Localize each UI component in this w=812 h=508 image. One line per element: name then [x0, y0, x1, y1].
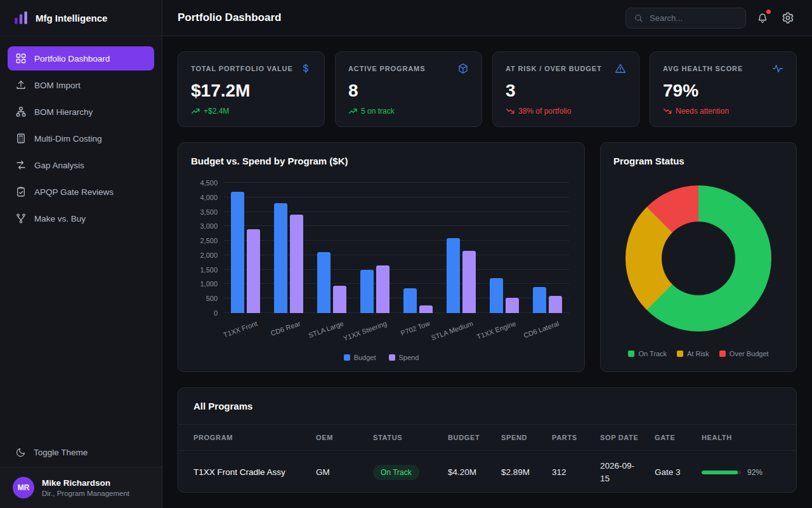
programs-table: PROGRAMOEMSTATUSBUDGETSPENDPARTSSOP DATE…: [178, 425, 796, 493]
main-area: Portfolio Dashboard TOTAL PORTFOLIO VALU…: [162, 0, 812, 508]
app-name: Mfg Intelligence: [36, 13, 107, 23]
y-axis-tick-label: 4,000: [200, 194, 218, 201]
status-legend-item-over-budget: Over Budget: [719, 350, 769, 358]
table-row[interactable]: T1XX Front Cradle AssyGMOn Track$4.20M$2…: [178, 451, 796, 493]
column-header-parts: PARTS: [544, 425, 593, 451]
dashboard-content: TOTAL PORTFOLIO VALUE$17.2M+$2.4MACTIVE …: [162, 36, 812, 508]
column-header-spend: SPEND: [494, 425, 544, 451]
stat-delta: +$2.4M: [191, 107, 311, 116]
sidebar-item-gap-analysis[interactable]: Gap Analysis: [8, 153, 154, 177]
y-axis-tick-label: 2,000: [200, 251, 218, 259]
user-profile[interactable]: MR Mike Richardson Dir., Program Managem…: [0, 467, 162, 508]
sidebar-item-portfolio-dashboard[interactable]: Portfolio Dashboard: [8, 46, 154, 70]
sidebar-item-bom-hierarchy[interactable]: BOM Hierarchy: [8, 100, 154, 124]
sidebar-item-make-vs-buy[interactable]: Make vs. Buy: [8, 206, 154, 231]
stat-delta-text: 5 on track: [361, 107, 395, 116]
stat-card-at-risk-over-budget: AT RISK / OVER BUDGET338% of portfolio: [492, 51, 639, 127]
stat-header: AVG HEALTH SCORE: [663, 63, 783, 74]
budget-bar: [533, 287, 546, 313]
sidebar-item-apqp-gate-reviews[interactable]: APQP Gate Reviews: [8, 180, 154, 204]
stat-value: 3: [506, 81, 626, 101]
search-input[interactable]: [648, 13, 738, 23]
legend-swatch: [344, 354, 350, 361]
bar-group-t1xx-engine: T1XX Engine: [490, 183, 519, 313]
budget-bar: [490, 278, 503, 313]
sidebar-item-multi-dim-costing[interactable]: Multi-Dim Costing: [8, 126, 154, 150]
bar-chart-title: Budget vs. Spend by Program ($K): [191, 156, 572, 166]
column-header-budget: BUDGET: [440, 425, 494, 451]
column-header-gate: GATE: [647, 425, 694, 451]
page-title: Portfolio Dashboard: [178, 11, 281, 24]
y-axis-tick-label: 1,000: [200, 280, 218, 288]
user-role: Dir., Program Management: [42, 490, 129, 497]
legend-item-spend: Spend: [389, 354, 419, 361]
app-logo: Mfg Intelligence: [0, 0, 162, 36]
budget-spend-chart-card: Budget vs. Spend by Program ($K) 05001,0…: [178, 142, 585, 372]
y-axis-tick-label: 4,500: [200, 179, 218, 187]
stat-value: 8: [348, 81, 469, 101]
legend-swatch: [389, 354, 395, 361]
upload-icon: [15, 79, 27, 91]
charts-row: Budget vs. Spend by Program ($K) 05001,0…: [178, 142, 797, 372]
stat-delta: Needs attention: [663, 107, 783, 116]
alert-triangle-icon: [615, 63, 626, 74]
bar-chart-plot: 05001,0001,5002,0002,5003,0003,5004,0004…: [224, 183, 569, 313]
stat-header: ACTIVE PROGRAMS: [348, 63, 469, 74]
bar-group-stla-large: STLA Large: [317, 183, 346, 313]
program-status-card: Program Status On TrackAt RiskOver Budge…: [600, 142, 797, 372]
x-axis-category-label: P702 Tow: [400, 319, 431, 337]
sidebar-nav: Portfolio DashboardBOM ImportBOM Hierarc…: [0, 36, 162, 241]
budget-bar: [231, 192, 244, 313]
user-info: Mike Richardson Dir., Program Management: [42, 478, 129, 497]
cell-status: On Track: [365, 451, 440, 493]
donut-wrap: [613, 166, 783, 350]
stat-label: AT RISK / OVER BUDGET: [506, 65, 602, 72]
stat-delta-text: 38% of portfolio: [518, 107, 571, 116]
trend-up-icon: [191, 107, 200, 116]
moon-icon: [15, 447, 26, 458]
x-axis-category-label: CD6 Rear: [270, 319, 301, 337]
table-head: PROGRAMOEMSTATUSBUDGETSPENDPARTSSOP DATE…: [178, 425, 796, 451]
bar-group-y1xx-steering: Y1XX Steering: [360, 183, 390, 313]
stat-delta: 5 on track: [348, 107, 469, 116]
legend-swatch: [719, 351, 726, 357]
sidebar-item-bom-import[interactable]: BOM Import: [8, 73, 154, 97]
stat-card-active-programs: ACTIVE PROGRAMS85 on track: [335, 51, 482, 127]
top-header: Portfolio Dashboard: [162, 0, 812, 36]
bar-group-t1xx-front: T1XX Front: [231, 183, 260, 313]
stat-label: ACTIVE PROGRAMS: [348, 65, 425, 72]
spend-bar: [247, 229, 260, 313]
spend-bar: [333, 286, 346, 313]
spend-bar: [290, 215, 303, 313]
cell-parts: 312: [544, 451, 593, 493]
theme-toggle[interactable]: Toggle Theme: [0, 438, 162, 467]
status-legend-item-at-risk: At Risk: [677, 350, 709, 358]
stat-card-avg-health-score: AVG HEALTH SCORE79%Needs attention: [650, 51, 797, 127]
stat-delta-text: +$2.4M: [204, 107, 229, 116]
column-header-status: STATUS: [365, 425, 440, 451]
avatar: MR: [13, 477, 34, 498]
column-header-oem: OEM: [308, 425, 365, 451]
cell-oem: GM: [308, 451, 365, 493]
notifications-button[interactable]: [754, 9, 771, 27]
budget-bar: [274, 203, 287, 313]
search-box[interactable]: [625, 8, 746, 29]
cell-health: 92%: [694, 451, 796, 493]
budget-bar: [360, 270, 374, 313]
y-axis-tick-label: 3,000: [200, 222, 218, 230]
donut-legend: On TrackAt RiskOver Budget: [613, 350, 783, 359]
stat-cards: TOTAL PORTFOLIO VALUE$17.2M+$2.4MACTIVE …: [178, 51, 797, 127]
stat-value: 79%: [663, 81, 783, 101]
settings-button[interactable]: [779, 9, 797, 27]
spend-bar: [462, 251, 476, 313]
header-actions: [625, 8, 797, 29]
status-badge: On Track: [373, 465, 419, 480]
sidebar: Mfg Intelligence Portfolio DashboardBOM …: [0, 0, 162, 508]
legend-label: On Track: [638, 350, 667, 358]
x-axis-category-label: T1XX Engine: [476, 319, 517, 340]
donut-chart-title: Program Status: [613, 156, 783, 166]
legend-label: Budget: [354, 354, 376, 361]
stat-card-total-portfolio-value: TOTAL PORTFOLIO VALUE$17.2M+$2.4M: [178, 51, 325, 127]
grid-icon: [15, 53, 27, 64]
sidebar-item-label: Make vs. Buy: [34, 214, 86, 224]
